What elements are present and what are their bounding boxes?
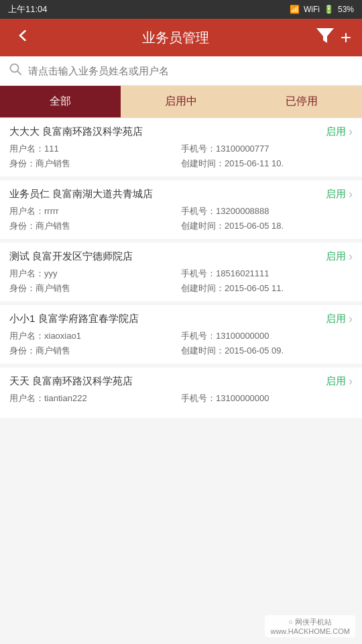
item-status: 启用 [326,375,346,388]
item-create-time: 创建时间：2015-06-11 10. [181,158,353,170]
svg-line-2 [17,71,21,74]
list-item[interactable]: 业务员仁 良富南湖大道共青城店 启用 › 用户名：rrrrr 手机号：13200… [0,180,362,243]
item-status: 启用 [326,313,346,325]
item-create-time: 创建时间：2015-06-05 18. [181,220,353,232]
arrow-icon: › [349,250,353,264]
item-identity: 身份：商户销售 [9,158,181,170]
watermark: ○ 网侠手机站 www.HACKHOME.COM [265,615,355,637]
item-name: 天天 良富南环路汉科学苑店 [9,375,326,388]
arrow-icon: › [349,125,353,139]
watermark-line2: www.HACKHOME.COM [270,627,350,635]
arrow-icon: › [349,187,353,201]
svg-marker-0 [316,28,334,43]
list-item[interactable]: 天天 良富南环路汉科学苑店 启用 › 用户名：tiantian222 手机号：1… [0,368,362,422]
wifi-icon: WiFi [304,5,320,14]
item-name: 测试 良富开发区宁德师院店 [9,250,326,263]
arrow-icon: › [349,374,353,388]
item-status: 启用 [326,125,346,138]
search-icon [9,63,21,78]
tab-disabled[interactable]: 已停用 [241,86,362,117]
list-item[interactable]: 测试 良富开发区宁德师院店 启用 › 用户名：yyy 手机号：185160211… [0,243,362,305]
search-input[interactable] [28,65,353,76]
navbar-actions: + [316,27,351,48]
status-time: 上午11:04 [8,3,48,15]
back-button[interactable] [11,28,35,48]
list-item[interactable]: 小小1 良富学府路宜春学院店 启用 › 用户名：xiaoxiao1 手机号：13… [0,305,362,368]
item-phone: 手机号：13100000777 [181,143,353,155]
watermark-line1: ○ 网侠手机站 [288,617,332,627]
item-status: 启用 [326,250,346,263]
filter-icon[interactable] [316,28,334,47]
tab-enabled[interactable]: 启用中 [121,86,241,117]
salesperson-list: 大大大 良富南环路汉科学苑店 启用 › 用户名：111 手机号：13100000… [0,118,362,422]
item-username: 用户名：rrrrr [9,205,181,217]
item-name: 小小1 良富学府路宜春学院店 [9,313,326,325]
battery-icon: 🔋 [324,5,334,14]
tab-all[interactable]: 全部 [0,86,121,117]
item-phone: 手机号：13100000000 [181,330,353,342]
item-username: 用户名：yyy [9,268,181,280]
item-identity: 身份：商户销售 [9,345,181,357]
item-identity: 身份：商户销售 [9,220,181,232]
item-name: 业务员仁 良富南湖大道共青城店 [9,188,326,201]
item-username: 用户名：111 [9,143,181,155]
arrow-icon: › [349,312,353,326]
list-item[interactable]: 大大大 良富南环路汉科学苑店 启用 › 用户名：111 手机号：13100000… [0,118,362,180]
item-name: 大大大 良富南环路汉科学苑店 [9,125,326,138]
item-phone: 手机号：18516021111 [181,268,353,280]
signal-icon: 📶 [290,5,300,14]
battery-percent: 53% [338,5,354,14]
status-bar: 上午11:04 📶 WiFi 🔋 53% [0,0,362,19]
item-username: 用户名：tiantian222 [9,392,181,405]
item-create-time: 创建时间：2015-06-05 11. [181,282,353,294]
navbar: 业务员管理 + [0,19,362,56]
item-phone: 手机号：13200008888 [181,205,353,217]
item-identity: 身份：商户销售 [9,282,181,294]
status-icons: 📶 WiFi 🔋 53% [290,5,354,14]
item-username: 用户名：xiaoxiao1 [9,330,181,342]
item-create-time: 创建时间：2015-06-05 09. [181,345,353,357]
item-phone: 手机号：13100000000 [181,392,353,405]
add-icon[interactable]: + [341,27,351,48]
search-bar [0,56,362,86]
item-status: 启用 [326,188,346,201]
page-title: 业务员管理 [35,29,316,47]
tab-bar: 全部 启用中 已停用 [0,86,362,118]
